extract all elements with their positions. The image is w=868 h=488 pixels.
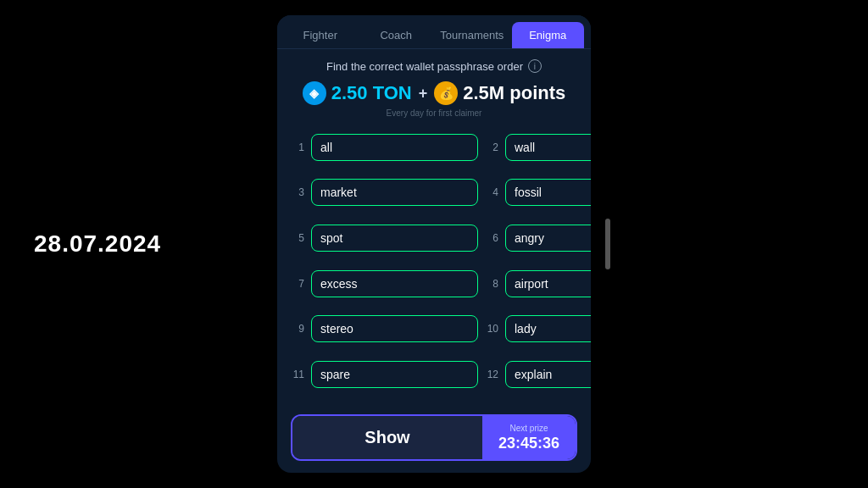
tab-fighter[interactable]: Fighter (284, 22, 357, 48)
word-input[interactable] (505, 134, 591, 161)
word-input[interactable] (311, 134, 478, 161)
word-number: 11 (291, 369, 304, 380)
info-icon[interactable]: i (528, 59, 542, 73)
word-cell: 6 (485, 219, 591, 258)
ton-badge: ◈ 2.50 TON (303, 81, 412, 105)
word-number: 3 (291, 186, 304, 198)
word-input[interactable] (311, 179, 478, 206)
find-passphrase-text: Find the correct wallet passphrase order… (291, 59, 577, 73)
next-prize-time: 23:45:36 (498, 435, 559, 452)
prize-row: ◈ 2.50 TON + 💰 2.5M points (291, 81, 577, 105)
word-number: 7 (291, 278, 304, 290)
word-cell: 1 (291, 128, 478, 167)
word-cell: 9 (291, 310, 478, 349)
word-input[interactable] (311, 361, 478, 388)
word-number: 4 (485, 186, 498, 198)
word-input[interactable] (311, 315, 478, 342)
word-cell: 2 (485, 128, 591, 167)
word-number: 1 (291, 141, 304, 153)
word-input[interactable] (505, 179, 591, 206)
word-cell: 4 (485, 174, 591, 213)
word-number: 2 (485, 141, 498, 153)
nav-tabs: Fighter Coach Tournaments Enigma (277, 15, 591, 49)
word-number: 5 (291, 232, 304, 244)
ton-amount: 2.50 TON (331, 82, 412, 104)
next-prize-label: Next prize (509, 424, 548, 433)
tab-enigma[interactable]: Enigma (512, 22, 585, 48)
bottom-bar: Show Next prize 23:45:36 (291, 414, 577, 461)
word-input[interactable] (311, 270, 478, 297)
coin-icon: 💰 (434, 81, 458, 105)
subtitle-text: Every day for first claimer (291, 108, 577, 118)
word-number: 8 (485, 278, 498, 290)
points-amount: 2.5M points (463, 82, 565, 104)
word-cell: 12 (485, 355, 591, 394)
points-badge: 💰 2.5M points (434, 81, 565, 105)
word-cell: 5 (291, 219, 478, 258)
word-cell: 10 (485, 310, 591, 349)
word-cell: 7 (291, 264, 478, 303)
word-input[interactable] (505, 225, 591, 252)
scrollbar[interactable] (605, 219, 610, 269)
word-input[interactable] (505, 270, 591, 297)
ton-icon: ◈ (303, 81, 326, 105)
word-input[interactable] (311, 225, 478, 252)
next-prize-panel: Next prize 23:45:36 (482, 416, 576, 459)
plus-symbol: + (419, 85, 428, 103)
word-input[interactable] (505, 361, 591, 388)
word-number: 10 (485, 323, 498, 335)
tab-coach[interactable]: Coach (360, 22, 433, 48)
app-container: Fighter Coach Tournaments Enigma Find th… (277, 15, 591, 473)
content-area: Find the correct wallet passphrase order… (277, 49, 591, 404)
word-grid: 123456789101112 (291, 128, 577, 394)
word-number: 9 (291, 323, 304, 335)
word-number: 6 (485, 232, 498, 244)
tab-tournaments[interactable]: Tournaments (436, 22, 509, 48)
word-cell: 11 (291, 355, 478, 394)
word-cell: 3 (291, 174, 478, 213)
show-button[interactable]: Show (292, 416, 482, 459)
date-overlay: 28.07.2024 (34, 230, 161, 258)
word-cell: 8 (485, 264, 591, 303)
word-input[interactable] (505, 315, 591, 342)
word-number: 12 (485, 369, 498, 380)
